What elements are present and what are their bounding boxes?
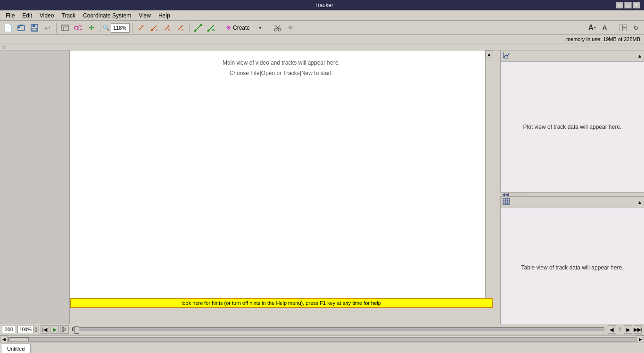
svg-line-11 xyxy=(77,25,80,26)
undo-button[interactable]: ↩ xyxy=(41,22,54,34)
arrow-tool-button[interactable] xyxy=(135,22,147,34)
refresh-button[interactable]: ↻ xyxy=(630,22,642,34)
svg-point-10 xyxy=(78,27,79,28)
svg-text:x: x xyxy=(156,28,157,32)
panel-divider-dots: ················· xyxy=(511,192,531,197)
step-forward-button[interactable]: |▶ xyxy=(624,325,632,334)
plot-view-icon xyxy=(503,51,510,60)
horiz-scroll-thumb[interactable] xyxy=(10,337,29,341)
menu-track[interactable]: Track xyxy=(58,11,80,20)
panel-divider-arrows: ◀◀ xyxy=(502,192,509,197)
close-button[interactable]: ✕ xyxy=(633,2,640,8)
scroll-up-button[interactable]: ▲ xyxy=(486,50,493,58)
timeline-slider[interactable] xyxy=(72,328,604,331)
open-video-button[interactable] xyxy=(15,22,27,34)
sum-vector-button[interactable]: a xyxy=(174,22,187,34)
svg-line-12 xyxy=(77,29,80,30)
create-button[interactable]: ✳ Create xyxy=(223,22,253,34)
svg-marker-14 xyxy=(80,29,82,30)
svg-marker-47 xyxy=(63,327,66,332)
svg-rect-2 xyxy=(20,25,23,26)
svg-rect-4 xyxy=(33,25,35,27)
plot-view-placeholder: Plot view of track data will appear here… xyxy=(523,124,622,130)
horiz-scroll-track[interactable] xyxy=(8,337,636,342)
pencil-button[interactable]: ✏ xyxy=(285,22,297,34)
svg-rect-0 xyxy=(18,25,25,31)
layout-button[interactable] xyxy=(617,22,629,34)
play-button[interactable]: ▶ xyxy=(50,325,59,334)
tab-untitled[interactable]: Untitled xyxy=(1,344,31,353)
loop-marker-button[interactable] xyxy=(60,325,69,334)
menu-view[interactable]: View xyxy=(135,11,155,20)
svg-rect-1 xyxy=(17,26,20,28)
svg-rect-5 xyxy=(32,28,37,31)
scissors-button[interactable] xyxy=(272,22,284,34)
svg-marker-13 xyxy=(80,25,82,27)
minimize-button[interactable]: – xyxy=(616,2,623,8)
svg-text:a: a xyxy=(182,28,183,32)
zoom-down-button[interactable]: ▼ xyxy=(33,329,39,333)
menu-edit[interactable]: Edit xyxy=(18,11,36,20)
zoom-up-button[interactable]: ▲ xyxy=(33,326,39,329)
memory-info: memory in use: 19MB of 228MB xyxy=(566,36,640,42)
table-view-placeholder: Table view of track data will appear her… xyxy=(521,264,624,271)
tape-button[interactable] xyxy=(192,22,204,34)
protractor-button[interactable]: m xyxy=(205,22,217,34)
font-decrease-button[interactable]: A - xyxy=(599,22,611,34)
app-title: Tracker xyxy=(314,2,333,8)
go-start-button[interactable]: |◀ xyxy=(41,325,49,334)
point-mass-button[interactable]: x xyxy=(148,22,160,34)
svg-rect-38 xyxy=(623,28,627,31)
svg-rect-37 xyxy=(623,25,627,27)
calibration-button[interactable]: ✛ xyxy=(85,22,98,34)
main-view-placeholder: Main view of video and tracks will appea… xyxy=(223,58,340,78)
maximize-button[interactable]: □ xyxy=(624,2,632,8)
zoom-percent-input[interactable] xyxy=(18,326,33,333)
svg-point-18 xyxy=(151,29,153,31)
step-count-display: 1 xyxy=(618,327,622,332)
menu-help[interactable]: Help xyxy=(155,11,174,20)
zoom-display: 118% xyxy=(111,23,130,33)
menu-video[interactable]: Video xyxy=(36,11,58,20)
frame-number-display: 000 xyxy=(2,326,16,333)
hint-text: look here for hints (or turn off hints i… xyxy=(182,300,381,306)
save-button[interactable] xyxy=(28,22,41,34)
svg-point-9 xyxy=(74,26,77,29)
step-back-button[interactable]: ◀| xyxy=(608,325,616,334)
plot-scroll-up[interactable]: ▲ xyxy=(637,53,642,59)
hint-arrow-icon[interactable]: ▽ xyxy=(2,43,6,50)
svg-line-26 xyxy=(195,25,201,31)
svg-text:v: v xyxy=(168,28,170,32)
vector-button[interactable]: v xyxy=(161,22,173,34)
scroll-left-button[interactable]: ◀ xyxy=(0,336,8,343)
scroll-right-button[interactable]: ▶ xyxy=(636,336,644,343)
table-scroll-up[interactable]: ▲ xyxy=(637,200,642,205)
new-button[interactable]: 📄 xyxy=(2,22,14,34)
font-increase-button[interactable]: A + xyxy=(586,22,598,34)
menu-coordinate-system[interactable]: Coordinate System xyxy=(79,11,135,20)
svg-rect-6 xyxy=(62,25,68,31)
clip-settings-button[interactable] xyxy=(59,22,71,34)
menu-file[interactable]: File xyxy=(2,11,18,20)
go-end-button[interactable]: ▶▶| xyxy=(634,325,642,334)
track-control-button[interactable] xyxy=(72,22,84,34)
create-dropdown[interactable]: ▼ xyxy=(254,22,266,34)
zoom-icon: 🔍 xyxy=(103,25,110,31)
table-view-icon xyxy=(503,198,510,207)
timeline-thumb[interactable] xyxy=(74,326,79,334)
svg-rect-36 xyxy=(619,25,622,31)
svg-text:m: m xyxy=(212,28,215,32)
